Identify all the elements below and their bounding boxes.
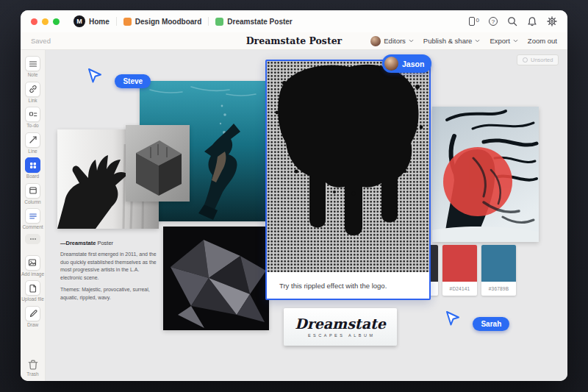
comment-bar[interactable]: Try this rippled effect with the logo. [267, 272, 429, 299]
close-window-button[interactable] [31, 18, 37, 25]
note-title: —Dreamstate Poster [60, 239, 159, 247]
device-count: 0 [476, 17, 479, 24]
color-swatch-red[interactable]: #D24141 [442, 245, 477, 296]
tab-home[interactable]: M Home [74, 15, 110, 27]
tab-design-moodboard-label: Design Moodboard [135, 18, 202, 26]
comment-icon[interactable] [25, 208, 40, 224]
tool-sidebar: Note Link To-do Line [21, 50, 46, 381]
image-red-circle-portrait[interactable] [432, 107, 539, 242]
album-subtitle: ESCAPES ALBUM [305, 333, 375, 338]
board-icon[interactable] [25, 157, 40, 173]
collaborator-pill-jason: Jason [382, 54, 431, 73]
sidebar-item-label: Trash [26, 372, 38, 377]
note-icon[interactable] [25, 56, 40, 71]
chevron-down-icon [513, 39, 518, 43]
line-arrow-icon[interactable] [25, 132, 40, 148]
comment-text: Try this rippled effect with the logo. [279, 282, 387, 290]
todo-checklist-icon[interactable] [25, 107, 40, 122]
link-icon[interactable] [25, 82, 40, 97]
chevron-down-icon [475, 39, 480, 43]
halftone-image [267, 61, 429, 272]
unsorted-panel-toggle[interactable]: Unsorted [517, 54, 559, 65]
editors-label: Editors [384, 37, 406, 45]
swatch-hex-label: #36789B [481, 282, 516, 296]
cursor-name-pill: Sarah [473, 317, 509, 331]
album-logo-card[interactable]: Dreamstate ESCAPES ALBUM [284, 308, 397, 346]
collaborator-cursor-sarah: Sarah [445, 310, 509, 331]
sidebar-item-comment[interactable]: Comment [22, 208, 43, 230]
sidebar-item-more[interactable] [25, 234, 40, 244]
board-canvas[interactable]: Unsorted [46, 50, 567, 381]
swatch-color-block [442, 245, 477, 282]
note-title-rest: Poster [96, 240, 113, 246]
note-themes: Themes: Majestic, provocative, surreal, … [60, 286, 159, 302]
image-cube[interactable] [126, 125, 190, 202]
cursor-arrow-icon [445, 310, 461, 327]
note-title-em: —Dreamstate [60, 240, 96, 246]
minimize-window-button[interactable] [42, 18, 49, 25]
tab-dreamstate-poster[interactable]: Dreamstate Poster [215, 18, 292, 26]
top-right-icons: 0 ? [469, 16, 557, 26]
phone-icon [469, 17, 475, 26]
device-sync-button[interactable]: 0 [469, 17, 479, 26]
sidebar-item-line[interactable]: Line [25, 132, 40, 154]
help-icon[interactable]: ? [489, 17, 498, 26]
swatch-color-block [481, 245, 516, 282]
tab-design-moodboard[interactable]: Design Moodboard [123, 18, 202, 26]
cursor-arrow-icon [87, 68, 103, 84]
column-icon[interactable] [25, 183, 40, 199]
toolbar-right: Editors Publish & share Export Zoom out [370, 36, 557, 46]
cursor-name-label: Jason [402, 60, 424, 68]
chevron-down-icon [409, 39, 414, 43]
sidebar-item-link[interactable]: Link [25, 82, 40, 104]
sidebar-item-note[interactable]: Note [25, 56, 40, 78]
add-image-icon[interactable] [25, 255, 40, 271]
red-circle-portrait-photo [432, 107, 539, 242]
geometric-polygons-art [163, 227, 269, 330]
trash-icon[interactable] [27, 359, 39, 371]
sidebar-item-board[interactable]: Board [25, 157, 40, 179]
search-icon[interactable] [507, 16, 517, 26]
selected-image-card[interactable]: Try this rippled effect with the logo. [265, 60, 431, 300]
tab-home-label: Home [89, 18, 110, 26]
album-title: Dreamstate [295, 317, 386, 331]
tab-bar: M Home Design Moodboard Dreamstate Poste… [21, 10, 567, 32]
sidebar-item-label: Column [24, 200, 40, 205]
maximize-window-button[interactable] [53, 18, 60, 25]
app-logo-icon: M [74, 15, 85, 27]
sidebar-item-draw[interactable]: Draw [25, 306, 40, 328]
swatch-hex-label: #D24141 [442, 282, 477, 296]
sidebar-item-label: Upload file [21, 297, 44, 302]
pencil-icon[interactable] [25, 306, 40, 321]
settings-gear-icon[interactable] [547, 16, 557, 26]
sidebar-item-todo[interactable]: To-do [25, 107, 40, 129]
more-dots-icon[interactable] [25, 234, 40, 244]
publish-share-label: Publish & share [423, 37, 473, 45]
sidebar-item-trash[interactable]: Trash [26, 359, 38, 377]
note-text-block[interactable]: —Dreamstate Poster Dreamstate first emer… [60, 239, 159, 306]
sidebar-item-label: Add image [21, 272, 44, 277]
sidebar-item-upload-file[interactable]: Upload file [21, 280, 44, 302]
bell-icon[interactable] [527, 16, 537, 26]
note-body: Dreamstate first emerged in 2011, and th… [60, 251, 159, 282]
sidebar-item-column[interactable]: Column [24, 183, 40, 205]
publish-share-menu[interactable]: Publish & share [423, 37, 481, 45]
tab-divider [208, 17, 209, 26]
app-window: M Home Design Moodboard Dreamstate Poste… [21, 10, 567, 381]
editors-menu[interactable]: Editors [370, 36, 414, 46]
main-area: Note Link To-do Line [21, 50, 567, 381]
sidebar-item-label: Draw [27, 323, 38, 328]
color-swatch-blue[interactable]: #36789B [481, 245, 516, 296]
cube-render [126, 125, 190, 202]
cursor-name-label: Sarah [481, 320, 501, 328]
zoom-out-button[interactable]: Zoom out [528, 37, 557, 45]
export-menu[interactable]: Export [490, 37, 517, 45]
image-polygons[interactable] [163, 227, 269, 330]
sidebar-item-add-image[interactable]: Add image [21, 255, 44, 277]
tab-dreamstate-poster-label: Dreamstate Poster [227, 18, 292, 26]
file-icon[interactable] [25, 280, 40, 296]
export-label: Export [490, 37, 509, 45]
sidebar-item-label: Board [26, 174, 39, 179]
board-thumbnail-icon [215, 18, 223, 26]
sidebar-item-label: Comment [22, 225, 43, 230]
